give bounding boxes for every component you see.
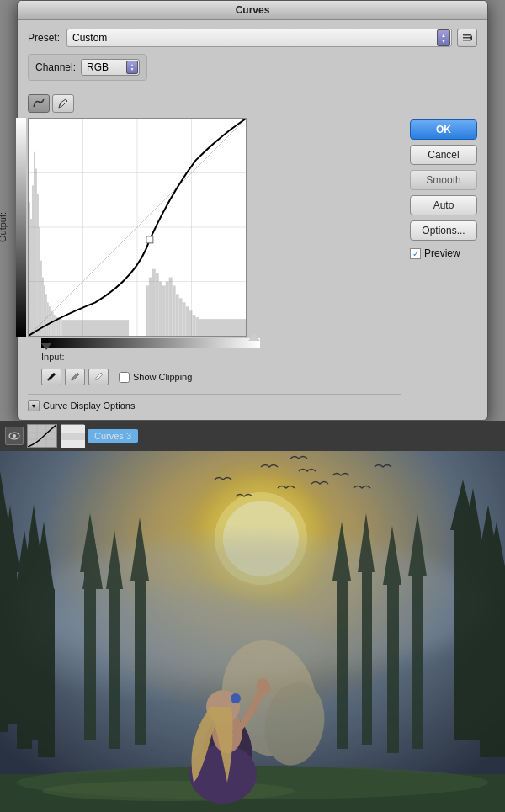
svg-rect-41 [173, 285, 176, 336]
svg-rect-45 [186, 306, 189, 336]
layer-curves-thumbnail[interactable] [27, 424, 57, 448]
svg-rect-2 [463, 40, 471, 41]
pencil-tool-button[interactable] [52, 94, 74, 113]
curve-display-row: ▾ Curve Display Options [28, 394, 401, 411]
main-area: Output: [28, 94, 477, 411]
channel-container: Channel: RGB Red Green Blue ▲ ▼ [28, 54, 147, 81]
svg-rect-31 [61, 319, 62, 336]
show-clipping-label: Show Clipping [133, 372, 192, 382]
svg-rect-12 [29, 202, 30, 336]
preset-label: Preset: [28, 32, 61, 44]
svg-rect-0 [463, 34, 471, 36]
eyedropper-white-button[interactable] [88, 369, 109, 385]
options-button[interactable]: Options... [410, 220, 477, 241]
preset-row: Preset: Custom ▲ ▼ [28, 29, 477, 47]
preset-select-wrapper: Custom ▲ ▼ [66, 29, 452, 47]
preset-select[interactable]: Custom [66, 29, 452, 47]
gradient-bar-left [16, 118, 26, 337]
eyedropper-row: Show Clipping [41, 369, 401, 385]
svg-point-52 [72, 379, 73, 381]
eye-icon [8, 432, 20, 440]
preview-label: Preview [424, 247, 460, 259]
input-label: Input: [41, 352, 65, 362]
layer-bar: Curves 3 [0, 421, 505, 451]
dialog-title: Curves [236, 4, 270, 16]
svg-rect-17 [37, 194, 39, 336]
eyedropper-gray-icon [69, 371, 81, 383]
black-point-triangle[interactable] [41, 343, 51, 350]
fairy-scene [0, 421, 505, 812]
curve-canvas[interactable] [28, 118, 247, 337]
svg-rect-16 [35, 169, 37, 336]
svg-rect-30 [59, 318, 61, 336]
curve-tool-icon [32, 97, 45, 110]
svg-rect-34 [149, 278, 152, 336]
layer-visibility-button[interactable] [5, 427, 24, 445]
svg-rect-14 [32, 185, 34, 336]
svg-rect-50 [146, 236, 153, 243]
svg-rect-13 [30, 219, 32, 336]
curves-thumbnail-icon [28, 425, 56, 447]
svg-rect-22 [45, 294, 47, 336]
svg-rect-49 [199, 319, 246, 336]
svg-rect-48 [195, 317, 199, 336]
curve-display-divider [143, 406, 401, 406]
svg-rect-46 [189, 310, 193, 336]
svg-rect-44 [183, 302, 186, 336]
layer-name-label: Curves 3 [88, 429, 138, 443]
eyedropper-black-icon [45, 371, 57, 383]
svg-rect-37 [159, 282, 162, 337]
svg-rect-15 [34, 152, 35, 336]
smooth-button[interactable]: Smooth [410, 170, 477, 190]
svg-rect-42 [176, 294, 179, 336]
show-clipping-row: Show Clipping [119, 372, 192, 383]
input-row: Input: [41, 352, 401, 362]
svg-rect-47 [192, 315, 195, 336]
dialog-titlebar: Curves [18, 1, 487, 20]
channel-select-wrapper: RGB Red Green Blue ▲ ▼ [81, 59, 140, 76]
curve-display-label: Curve Display Options [43, 401, 135, 411]
eyedropper-black-button[interactable] [41, 369, 61, 385]
preview-checkbox[interactable]: ✓ [410, 248, 421, 259]
preset-menu-icon [462, 33, 472, 43]
svg-point-51 [48, 379, 50, 381]
cancel-button[interactable]: Cancel [410, 145, 477, 165]
svg-rect-33 [146, 285, 149, 336]
canvas-area: Curves 3 [0, 421, 505, 812]
preset-menu-button[interactable] [457, 29, 477, 47]
preview-row: ✓ Preview [410, 247, 477, 259]
svg-rect-23 [47, 302, 49, 336]
eyedropper-white-icon [93, 371, 104, 383]
dialog-body: Preset: Custom ▲ ▼ [18, 20, 487, 420]
auto-button[interactable]: Auto [410, 195, 477, 215]
curve-display-toggle[interactable]: ▾ [28, 400, 40, 411]
svg-rect-26 [52, 312, 54, 336]
svg-rect-43 [179, 298, 183, 336]
curve-outer: Output: [28, 118, 401, 337]
channel-row: Channel: RGB Red Green Blue ▲ ▼ [28, 54, 477, 88]
svg-rect-18 [39, 227, 40, 336]
curve-tool-button[interactable] [28, 94, 50, 113]
svg-rect-19 [40, 261, 42, 336]
svg-point-53 [95, 379, 97, 381]
gradient-bar-bottom-wrapper [41, 338, 401, 348]
white-point-triangle[interactable] [248, 333, 260, 341]
curves-dialog: Curves Preset: Custom ▲ ▼ [17, 0, 488, 421]
svg-rect-39 [166, 282, 169, 337]
svg-rect-35 [152, 269, 156, 336]
svg-point-109 [13, 434, 16, 438]
svg-rect-32 [62, 320, 129, 336]
output-label: Output: [0, 212, 8, 242]
ok-button[interactable]: OK [410, 119, 477, 140]
show-clipping-checkbox[interactable] [119, 372, 130, 383]
svg-rect-38 [162, 285, 166, 336]
eyedropper-gray-button[interactable] [65, 369, 85, 385]
gradient-bar-bottom [41, 338, 260, 348]
pencil-tool-icon [56, 97, 70, 110]
mask-thumbnail-icon [61, 425, 85, 448]
right-panel: OK Cancel Smooth Auto Options... ✓ Previ… [410, 94, 477, 411]
svg-rect-36 [156, 273, 159, 336]
svg-rect-21 [44, 285, 45, 336]
layer-mask-thumbnail[interactable] [61, 424, 84, 448]
channel-select[interactable]: RGB Red Green Blue [81, 59, 140, 76]
